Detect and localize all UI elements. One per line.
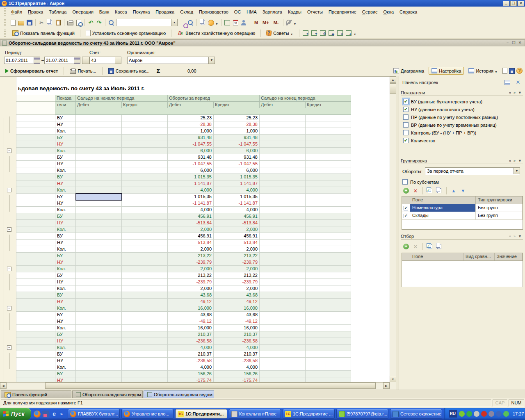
scroll-down-icon[interactable]: ▼ xyxy=(390,376,396,382)
column-header-compare[interactable]: Вид сравн... xyxy=(463,253,495,260)
table-row[interactable]: БУ210,37210,37 xyxy=(16,331,351,338)
closing-credit-cell[interactable] xyxy=(306,259,351,266)
closing-credit-cell[interactable] xyxy=(306,253,351,259)
opening-credit-cell[interactable] xyxy=(122,318,168,325)
table-row[interactable]: Кол.4,0004,000 xyxy=(16,207,351,213)
turnover-credit-cell[interactable]: 43,68 xyxy=(214,312,260,318)
menu-item-правка[interactable]: Правка xyxy=(25,8,46,16)
turnover-credit-cell[interactable]: 4,000 xyxy=(214,345,260,351)
by-subaccounts-checkbox[interactable]: По субсчетам xyxy=(402,178,439,186)
group-cell[interactable] xyxy=(16,364,55,371)
closing-credit-cell[interactable] xyxy=(306,272,351,279)
collapse-section-icon[interactable]: ▼ xyxy=(517,159,523,163)
collapse-group-icon[interactable]: − xyxy=(7,188,11,192)
closing-credit-cell[interactable] xyxy=(306,345,351,351)
closing-credit-cell[interactable] xyxy=(306,279,351,285)
opening-debit-cell[interactable] xyxy=(76,207,122,213)
closing-credit-cell[interactable] xyxy=(306,128,351,135)
indicator-checkbox-4[interactable]: ВР (данные по учету временных разниц) xyxy=(403,121,497,129)
group-cell[interactable] xyxy=(16,161,55,167)
history-button[interactable]: История ▼ xyxy=(466,67,501,75)
indicator-cell[interactable]: БУ xyxy=(55,292,76,299)
group-cell[interactable] xyxy=(16,220,55,226)
help-icon[interactable]: ? xyxy=(516,68,523,74)
group-cell[interactable] xyxy=(16,128,55,135)
closing-debit-cell[interactable] xyxy=(260,312,306,318)
turnover-debit-cell[interactable]: -1 047,55 xyxy=(168,141,214,148)
antivirus-icon[interactable] xyxy=(466,411,472,417)
opening-credit-cell[interactable] xyxy=(122,128,168,135)
opening-credit-cell[interactable] xyxy=(122,371,168,377)
turnover-debit-cell[interactable]: 6,000 xyxy=(168,148,214,154)
table-row[interactable]: НУ-175,74-175,74 xyxy=(16,377,351,382)
save-as-button[interactable]: Сохранить как... xyxy=(105,67,153,75)
turnover-debit-cell[interactable]: 2,000 xyxy=(168,226,214,233)
table-row[interactable]: БУ213,22213,22 xyxy=(16,272,351,279)
printer-status-icon[interactable] xyxy=(488,411,494,417)
search-input[interactable] xyxy=(116,19,171,26)
indicator-checkbox-1[interactable]: ✔БУ (данные бухгалтерского учета) xyxy=(403,98,482,105)
closing-credit-cell[interactable] xyxy=(306,115,351,121)
table-row[interactable]: НУ-49,12-49,12 xyxy=(16,318,351,325)
closing-debit-cell[interactable] xyxy=(260,174,306,180)
indicator-checkbox-2[interactable]: ✔НУ (данные налогового учета) xyxy=(403,105,475,113)
table-row[interactable]: Кол.2,0002,000 xyxy=(16,266,351,272)
group-cell[interactable] xyxy=(16,213,55,220)
table-row[interactable]: БУ213,22213,22 xyxy=(16,253,351,259)
turnover-credit-cell[interactable]: 1 015,35 xyxy=(214,194,260,200)
menu-item-таблица[interactable]: Таблица xyxy=(46,8,69,16)
opening-debit-cell[interactable] xyxy=(76,312,122,318)
closing-credit-cell[interactable] xyxy=(306,292,351,299)
closing-debit-cell[interactable] xyxy=(260,135,306,141)
indicator-cell[interactable]: Кол. xyxy=(55,266,76,272)
indicator-cell[interactable]: Кол. xyxy=(55,345,76,351)
restore-icon[interactable]: ❐ xyxy=(510,1,517,6)
turnover-debit-cell[interactable]: 931,48 xyxy=(168,154,214,161)
save-icon[interactable] xyxy=(26,19,33,26)
opening-debit-cell[interactable] xyxy=(76,351,122,358)
closing-debit-cell[interactable] xyxy=(260,338,306,345)
menu-item-операции[interactable]: Операции xyxy=(69,8,96,16)
table-row[interactable]: НУ-1 047,55-1 047,55 xyxy=(16,161,351,167)
opening-debit-cell[interactable] xyxy=(76,148,122,154)
memory-plus-button[interactable]: М+ xyxy=(261,19,271,26)
opening-debit-cell[interactable] xyxy=(76,141,122,148)
group-cell[interactable] xyxy=(16,377,55,382)
opening-debit-cell[interactable] xyxy=(76,279,122,285)
indicator-cell[interactable]: Кол. xyxy=(55,148,76,154)
expand-right-icon[interactable]: » xyxy=(512,91,517,95)
memory-minus-button[interactable]: М- xyxy=(272,19,281,26)
table-row[interactable]: НУ-236,58-236,58 xyxy=(16,358,351,364)
menu-item-зарплата[interactable]: Зарплата xyxy=(260,8,285,16)
menu-item-кадры[interactable]: Кадры xyxy=(285,8,304,16)
turnover-debit-cell[interactable]: -513,84 xyxy=(168,220,214,226)
opening-debit-cell[interactable] xyxy=(76,213,122,220)
turnover-debit-cell[interactable]: -1 047,55 xyxy=(168,161,214,167)
closing-credit-cell[interactable] xyxy=(306,161,351,167)
opening-debit-cell[interactable] xyxy=(76,220,122,226)
turnover-debit-cell[interactable]: 4,000 xyxy=(168,187,214,194)
turnover-credit-cell[interactable]: 931,48 xyxy=(214,154,260,161)
uncheck-all-icon[interactable] xyxy=(436,243,443,250)
task-button-7[interactable]: Сетевое окружение xyxy=(390,409,442,419)
paste-icon[interactable] xyxy=(55,19,62,26)
menu-item-нма[interactable]: НМА xyxy=(244,8,259,16)
find-previous-icon[interactable] xyxy=(187,19,194,26)
group-cell[interactable] xyxy=(16,299,55,305)
closing-debit-cell[interactable] xyxy=(260,266,306,272)
doc-icon[interactable]: ≡ xyxy=(337,30,344,37)
calendar-picker-icon[interactable] xyxy=(34,57,40,64)
group-cell[interactable] xyxy=(16,338,55,345)
closing-credit-cell[interactable] xyxy=(306,299,351,305)
opening-credit-cell[interactable] xyxy=(122,220,168,226)
scroll-left-icon[interactable]: ◀ xyxy=(0,382,7,389)
opening-debit-cell[interactable] xyxy=(76,187,122,194)
turnover-debit-cell[interactable]: -1 141,87 xyxy=(168,200,214,207)
column-header-field[interactable]: Поле xyxy=(410,253,463,260)
opening-credit-cell[interactable] xyxy=(122,135,168,141)
turnovers-dropdown-icon[interactable]: ▼ xyxy=(514,168,520,174)
closing-debit-cell[interactable] xyxy=(260,167,306,174)
opening-debit-cell[interactable] xyxy=(76,128,122,135)
opening-credit-cell[interactable] xyxy=(122,233,168,240)
collapse-section-icon[interactable]: ▼ xyxy=(517,91,523,95)
